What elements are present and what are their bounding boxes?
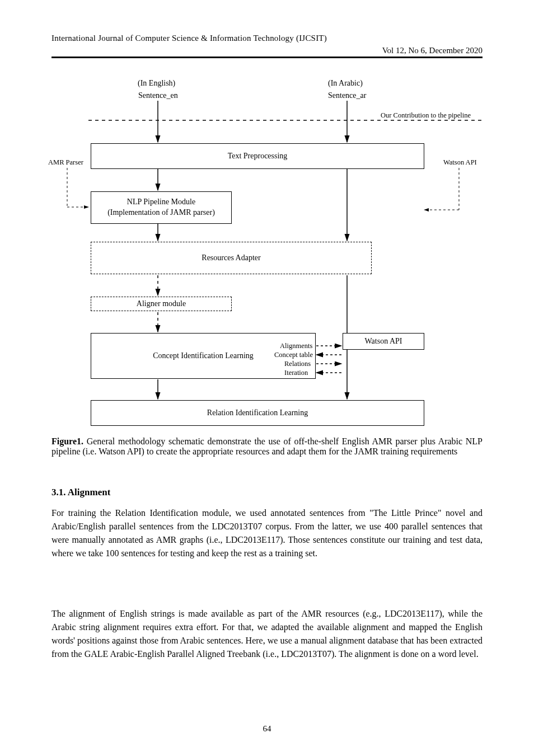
box-concept-learning-right: Watson API — [343, 333, 424, 350]
body-paragraph-1: For training the Relation Identification… — [51, 506, 483, 560]
label-interact-alignments: Alignments — [280, 341, 312, 350]
label-interact-iteration: Iteration — [284, 368, 308, 377]
pipeline-contribution-label: Our Contribution to the pipeline — [381, 111, 487, 120]
label-sentence-ar: Sentence_ar — [328, 91, 366, 101]
diagram: (In English) (In Arabic) Sentence_en Sen… — [0, 0, 534, 448]
figure-caption-text: General methodology schematic demonstrat… — [51, 436, 483, 456]
label-amr-parser: AMR Parser — [48, 158, 83, 167]
box-preprocessing: Text Preprocessing — [91, 143, 424, 169]
section-title: 3.1. Alignment — [51, 487, 483, 498]
label-sentence-en: Sentence_en — [138, 91, 178, 101]
body-paragraph-2: The alignment of English strings is made… — [51, 607, 483, 661]
box-relation-learning: Relation Identification Learning — [91, 400, 424, 426]
figure-caption-label: Figure1. — [51, 436, 83, 446]
label-interact-relations: Relations — [284, 359, 311, 368]
label-in-arabic: (In Arabic) — [328, 78, 363, 88]
page-number: 64 — [0, 724, 534, 734]
label-in-english: (In English) — [138, 78, 175, 88]
box-aligner: Aligner module — [91, 297, 232, 311]
figure-caption: Figure1. General methodology schematic d… — [51, 436, 483, 457]
label-interact-concepttable: Concept table — [274, 350, 313, 359]
flow-svg — [0, 0, 534, 448]
label-watson-api: Watson API — [443, 158, 477, 167]
box-nlp-pipeline: NLP Pipeline Module (Implementation of J… — [91, 191, 232, 224]
box-resources-adapter: Resources Adapter — [91, 242, 372, 274]
